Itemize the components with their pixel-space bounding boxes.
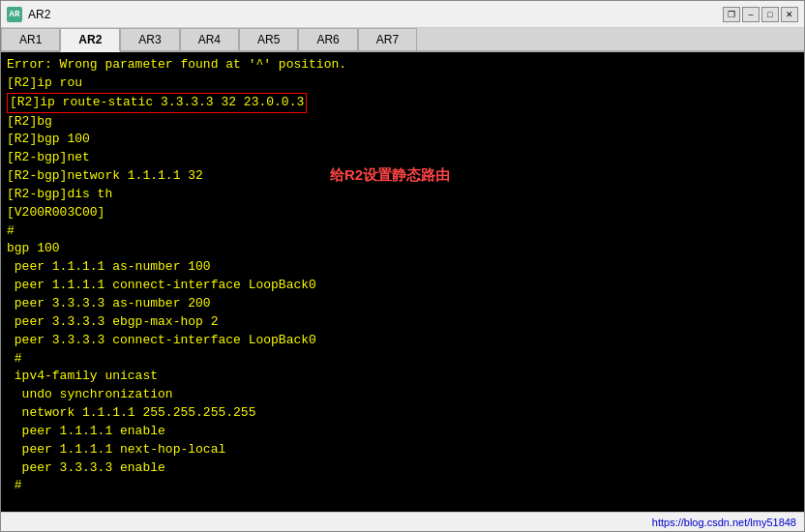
tab-ar7[interactable]: AR7 [358, 28, 417, 50]
annotation-text: 给R2设置静态路由 [330, 166, 450, 185]
terminal-line: [V200R003C00] [7, 204, 798, 222]
tab-ar4[interactable]: AR4 [180, 28, 239, 50]
terminal-line: [R2]bg [7, 113, 798, 132]
tab-ar3[interactable]: AR3 [120, 28, 179, 50]
terminal-line: network 1.1.1.1 255.255.255.255 [7, 404, 798, 423]
tab-ar5[interactable]: AR5 [239, 28, 298, 50]
terminal-line: peer 3.3.3.3 enable [7, 459, 798, 478]
terminal-line: peer 3.3.3.3 as-number 200 [7, 295, 798, 313]
terminal-line: bgp 100 [7, 240, 798, 258]
restore-button[interactable]: ❐ [723, 7, 740, 22]
window-title: AR2 [28, 8, 50, 21]
terminal-line: [R2]bgp 100 [7, 131, 798, 149]
tab-ar2[interactable]: AR2 [60, 28, 120, 52]
tabs-bar: AR1AR2AR3AR4AR5AR6AR7 [1, 28, 804, 52]
terminal-line: # [7, 477, 798, 495]
highlighted-command: [R2]ip route-static 3.3.3.3 32 23.0.0.3 [7, 93, 307, 113]
terminal-line: peer 3.3.3.3 ebgp-max-hop 2 [7, 313, 798, 332]
title-bar-left: AR AR2 [7, 7, 50, 22]
close-button[interactable]: ✕ [781, 7, 798, 22]
terminal-line: peer 1.1.1.1 connect-interface LoopBack0 [7, 277, 798, 295]
app-icon: AR [7, 7, 22, 22]
terminal-line: [R2-bgp]dis th [7, 186, 798, 204]
terminal-area[interactable]: 给R2设置静态路由 Error: Wrong parameter found a… [1, 52, 804, 512]
terminal-line: peer 1.1.1.1 next-hop-local [7, 441, 798, 459]
terminal-line: [R2-bgp]net [7, 149, 798, 167]
terminal-line: # [7, 350, 798, 369]
terminal-line: ipv4-family unicast [7, 368, 798, 386]
terminal-line: peer 3.3.3.3 connect-interface LoopBack0 [7, 332, 798, 350]
maximize-button[interactable]: □ [761, 7, 779, 22]
main-window: AR AR2 ❐ – □ ✕ AR1AR2AR3AR4AR5AR6AR7 给R2… [0, 0, 805, 532]
terminal-line: # [7, 222, 798, 241]
tab-ar1[interactable]: AR1 [1, 28, 60, 50]
status-url: https://blog.csdn.net/lmy51848 [652, 517, 796, 528]
terminal-line: undo synchronization [7, 386, 798, 404]
terminal-line: [R2]ip route-static 3.3.3.3 32 23.0.0.3 [7, 93, 798, 113]
terminal-line: [R2]ip rou [7, 74, 798, 93]
terminal-line: peer 1.1.1.1 enable [7, 423, 798, 441]
terminal-line: Error: Wrong parameter found at '^' posi… [7, 56, 798, 74]
status-bar: https://blog.csdn.net/lmy51848 [1, 512, 804, 531]
window-controls[interactable]: ❐ – □ ✕ [723, 7, 798, 22]
terminal-line: peer 1.1.1.1 as-number 100 [7, 258, 798, 277]
tab-ar6[interactable]: AR6 [298, 28, 357, 50]
minimize-button[interactable]: – [742, 7, 760, 22]
title-bar: AR AR2 ❐ – □ ✕ [1, 1, 804, 28]
